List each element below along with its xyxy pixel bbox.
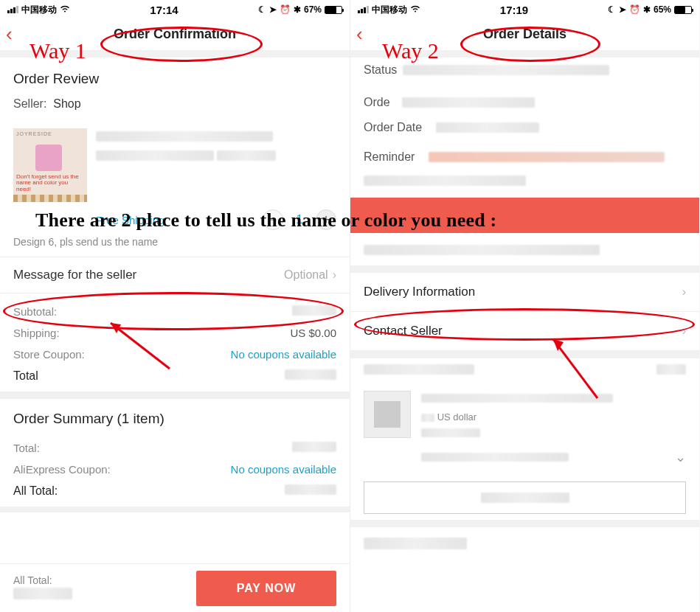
paybar-all-total-label: All Total: bbox=[13, 574, 196, 586]
currency-hint: US dollar bbox=[437, 411, 477, 423]
shipping-label: Shipping: bbox=[13, 327, 60, 339]
item-action-button[interactable] bbox=[364, 481, 686, 514]
location-icon: ➤ bbox=[269, 4, 277, 15]
expand-icon[interactable]: ⌄ bbox=[675, 449, 686, 465]
chevron-right-icon: › bbox=[333, 268, 336, 281]
thumb-brand: JOYRESIDE bbox=[16, 131, 52, 136]
bluetooth-icon: ✱ bbox=[643, 4, 651, 15]
status-field-label: Status bbox=[364, 63, 397, 77]
order-item[interactable]: US dollar ⌄ bbox=[350, 380, 699, 476]
status-bar: 中国移动 17:19 ☾ ➤ ⏰ ✱ 65% bbox=[350, 0, 699, 18]
page-title: Order Details bbox=[483, 27, 566, 42]
signal-icon bbox=[358, 6, 369, 13]
contact-seller-label: Contact Seller bbox=[364, 324, 443, 338]
battery-pct: 65% bbox=[654, 4, 671, 15]
pay-now-button[interactable]: PAY NOW bbox=[196, 571, 336, 606]
paybar-all-total-value bbox=[13, 588, 72, 599]
chevron-right-icon: › bbox=[682, 324, 686, 338]
shipping-value: US $0.00 bbox=[290, 327, 336, 339]
phone-right: 中国移动 17:19 ☾ ➤ ⏰ ✱ 65% ‹ Order Details S… bbox=[350, 0, 699, 612]
seller-name: Shop bbox=[53, 97, 80, 110]
battery-icon bbox=[325, 6, 342, 14]
wifi-icon bbox=[60, 4, 70, 15]
store-coupon-label: Store Coupon: bbox=[13, 348, 85, 361]
battery-icon bbox=[674, 6, 692, 14]
all-total-label: All Total: bbox=[13, 484, 58, 498]
battery-pct: 67% bbox=[304, 4, 322, 15]
ae-coupon-label: AliExpress Coupon: bbox=[13, 463, 111, 476]
delivery-information-row[interactable]: Delivery Information › bbox=[350, 273, 699, 312]
delivery-info-label: Delivery Information bbox=[364, 285, 475, 299]
do-not-disturb-icon: ☾ bbox=[608, 4, 616, 15]
status-field-value bbox=[403, 65, 609, 75]
chevron-right-icon: › bbox=[682, 285, 686, 299]
status-time: 17:19 bbox=[420, 4, 608, 16]
order-date-value bbox=[436, 122, 539, 133]
subtotal-value bbox=[292, 305, 336, 316]
summary-total-label: Total: bbox=[13, 442, 40, 454]
signal-icon bbox=[7, 6, 18, 13]
alarm-icon: ⏰ bbox=[280, 4, 291, 15]
status-time: 17:14 bbox=[70, 4, 258, 16]
message-hint: Optional bbox=[284, 268, 328, 281]
carrier-label: 中国移动 bbox=[21, 4, 57, 16]
total-label: Total bbox=[13, 369, 38, 383]
contact-seller-row[interactable]: Contact Seller › bbox=[350, 312, 699, 351]
message-for-seller-row[interactable]: Message for the seller Optional› bbox=[0, 257, 350, 293]
ae-coupon-value[interactable]: No coupons available bbox=[231, 463, 336, 476]
alarm-icon: ⏰ bbox=[629, 4, 640, 15]
order-field-value bbox=[402, 97, 535, 108]
page-title: Order Confirmation bbox=[114, 27, 236, 42]
seller-label: Seller: bbox=[13, 97, 46, 110]
item-thumbnail: JOYRESIDE Don't forget send us the name … bbox=[13, 128, 87, 202]
all-total-value bbox=[285, 484, 336, 495]
order-summary-title: Order Summary (1 item) bbox=[0, 399, 350, 437]
order-review-title: Order Review bbox=[0, 58, 350, 97]
back-button[interactable]: ‹ bbox=[356, 23, 363, 46]
total-value bbox=[285, 369, 336, 380]
subtotal-label: Subtotal: bbox=[13, 305, 57, 318]
status-bar: 中国移动 17:14 ☾ ➤ ⏰ ✱ 67% bbox=[0, 0, 350, 18]
message-label: Message for the seller bbox=[13, 268, 136, 282]
do-not-disturb-icon: ☾ bbox=[258, 4, 266, 15]
annotation-way1: Way 1 bbox=[30, 38, 86, 63]
variant-note: Design 6, pls send us the name bbox=[0, 236, 350, 257]
carrier-label: 中国移动 bbox=[372, 4, 407, 16]
wifi-icon bbox=[410, 4, 420, 15]
reminder-value bbox=[429, 152, 665, 162]
reminder-label: Reminder bbox=[364, 150, 423, 164]
item-thumbnail bbox=[364, 391, 411, 438]
annotation-headline: There are 2 place to tell us the name or… bbox=[35, 209, 685, 232]
location-icon: ➤ bbox=[619, 4, 626, 15]
bluetooth-icon: ✱ bbox=[294, 4, 301, 15]
back-button[interactable]: ‹ bbox=[6, 23, 13, 46]
pay-bar: All Total: PAY NOW bbox=[0, 563, 350, 612]
phone-left: 中国移动 17:14 ☾ ➤ ⏰ ✱ 67% ‹ Order Confirmat… bbox=[0, 0, 350, 612]
thumb-note: Don't forget send us the name and color … bbox=[16, 174, 84, 193]
order-field-label: Orde bbox=[364, 96, 396, 109]
store-coupon-value[interactable]: No coupons available bbox=[231, 348, 336, 361]
order-date-label: Order Date bbox=[364, 121, 430, 134]
summary-total-value bbox=[292, 442, 336, 452]
order-item[interactable]: JOYRESIDE Don't forget send us the name … bbox=[0, 121, 350, 206]
annotation-way2: Way 2 bbox=[382, 38, 439, 63]
